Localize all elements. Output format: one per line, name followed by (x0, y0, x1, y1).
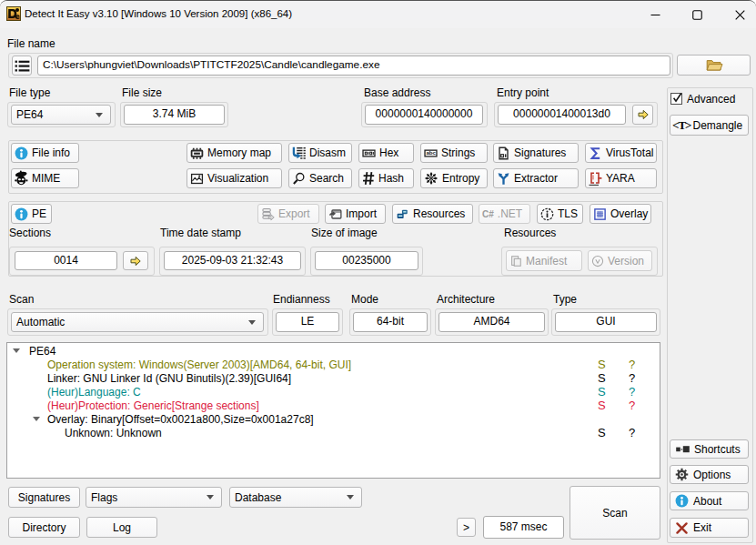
svg-text:abc: abc (426, 149, 436, 156)
